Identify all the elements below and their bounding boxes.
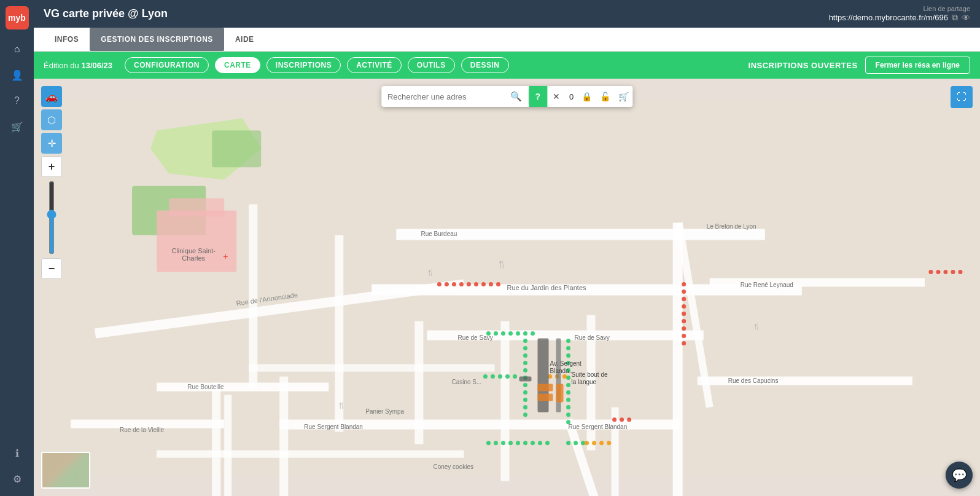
svg-text:Rue René Leynaud: Rue René Leynaud bbox=[741, 282, 793, 289]
tab-gestion[interactable]: GESTION DES INSCRIPTIONS bbox=[90, 28, 224, 51]
svg-point-83 bbox=[452, 282, 456, 286]
map-vehicle-btn[interactable]: 🚗 bbox=[41, 86, 62, 107]
svg-point-35 bbox=[494, 331, 498, 336]
sidebar-item-info[interactable]: ℹ bbox=[6, 442, 28, 464]
svg-point-57 bbox=[566, 376, 570, 380]
svg-text:🍴: 🍴 bbox=[338, 401, 346, 409]
fermer-button[interactable]: Fermer les résa en ligne bbox=[865, 57, 970, 74]
sidebar-item-settings[interactable]: ⚙ bbox=[6, 468, 28, 490]
svg-text:Clinique Saint-: Clinique Saint- bbox=[171, 247, 216, 254]
svg-point-47 bbox=[523, 383, 527, 387]
app-logo[interactable]: myb bbox=[6, 6, 29, 30]
svg-point-78 bbox=[566, 441, 570, 445]
pill-inscriptions[interactable]: INSCRIPTIONS bbox=[266, 57, 341, 73]
copy-icon[interactable]: ⧉ bbox=[952, 12, 958, 23]
svg-text:Rue Burdeau: Rue Burdeau bbox=[421, 230, 457, 237]
pill-activite[interactable]: ACTIVITÉ bbox=[347, 57, 402, 73]
svg-point-68 bbox=[513, 374, 517, 379]
sidebar-item-user[interactable]: 👤 bbox=[6, 64, 28, 86]
map-move-btn[interactable]: ✛ bbox=[41, 133, 62, 154]
search-help-button[interactable]: ? bbox=[529, 86, 547, 107]
sidebar: myb ⌂ 👤 ? 🛒 ℹ ⚙ bbox=[0, 0, 34, 496]
svg-point-81 bbox=[437, 282, 441, 286]
sidebar-item-cart[interactable]: 🛒 bbox=[6, 116, 28, 138]
map-left-controls: 🚗 ⬡ ✛ + − bbox=[41, 86, 62, 279]
svg-point-49 bbox=[523, 398, 527, 402]
svg-rect-118 bbox=[538, 394, 553, 401]
svg-text:Rue Bouteille: Rue Bouteille bbox=[187, 384, 224, 390]
svg-text:Rue de la Vieille: Rue de la Vieille bbox=[120, 427, 165, 433]
svg-rect-117 bbox=[538, 384, 553, 392]
search-unlock-button[interactable]: 🔓 bbox=[596, 86, 614, 107]
svg-point-101 bbox=[943, 270, 947, 274]
svg-point-79 bbox=[574, 441, 578, 445]
svg-rect-30 bbox=[157, 451, 464, 458]
tab-infos[interactable]: INFOS bbox=[44, 28, 90, 51]
search-count: 0 bbox=[566, 92, 577, 101]
zoom-out-button[interactable]: − bbox=[41, 258, 62, 279]
share-link-row: https://demo.mybrocante.fr/m/696 ⧉ 👁 bbox=[829, 12, 970, 23]
sidebar-item-home[interactable]: ⌂ bbox=[6, 38, 28, 60]
map-layers-btn[interactable]: ⬡ bbox=[41, 109, 62, 130]
svg-rect-119 bbox=[556, 384, 564, 403]
sidebar-item-help[interactable]: ? bbox=[6, 90, 28, 112]
svg-point-40 bbox=[531, 331, 535, 336]
svg-point-70 bbox=[494, 441, 498, 445]
svg-rect-6 bbox=[169, 198, 224, 216]
svg-point-102 bbox=[951, 270, 955, 274]
eye-icon[interactable]: 👁 bbox=[962, 13, 970, 23]
top-header: VG carte privée @ Lyon Lien de partage h… bbox=[34, 0, 980, 28]
zoom-in-button[interactable]: + bbox=[41, 156, 62, 177]
svg-rect-29 bbox=[224, 395, 231, 496]
svg-point-74 bbox=[523, 441, 527, 445]
search-lock-button[interactable]: 🔒 bbox=[577, 86, 596, 107]
svg-point-61 bbox=[566, 405, 570, 409]
fullscreen-button[interactable]: ⛶ bbox=[951, 86, 973, 108]
svg-point-72 bbox=[508, 441, 513, 445]
svg-point-76 bbox=[538, 441, 542, 445]
svg-point-39 bbox=[523, 331, 527, 336]
pill-dessin[interactable]: DESSIN bbox=[461, 57, 509, 73]
edition-date: 13/06/23 bbox=[81, 61, 112, 70]
svg-text:Blanda...: Blanda... bbox=[550, 368, 574, 374]
search-close-button[interactable]: ✕ bbox=[547, 86, 566, 107]
svg-point-110 bbox=[585, 441, 589, 445]
svg-point-85 bbox=[467, 282, 471, 286]
svg-text:🍴: 🍴 bbox=[753, 323, 761, 331]
svg-point-109 bbox=[562, 374, 567, 379]
pill-carte[interactable]: CARTE bbox=[215, 57, 260, 73]
svg-point-75 bbox=[531, 441, 535, 445]
svg-point-64 bbox=[483, 374, 488, 379]
tab-aide[interactable]: AIDE bbox=[224, 28, 265, 51]
map-container[interactable]: Rue du Jardin des Plantes Rue Burdeau Ru… bbox=[34, 79, 980, 496]
svg-point-111 bbox=[592, 441, 596, 445]
search-icon-button[interactable]: 🔍 bbox=[504, 86, 528, 107]
svg-point-48 bbox=[523, 390, 527, 395]
map-search-input[interactable] bbox=[381, 87, 504, 106]
svg-point-93 bbox=[682, 304, 686, 309]
svg-text:🍴: 🍴 bbox=[497, 259, 507, 269]
zoom-slider[interactable] bbox=[47, 181, 56, 254]
svg-point-90 bbox=[682, 282, 686, 286]
svg-point-80 bbox=[581, 441, 585, 445]
svg-point-67 bbox=[505, 374, 510, 379]
edition-label: Édition du 13/06/23 bbox=[44, 61, 112, 70]
svg-rect-5 bbox=[157, 210, 236, 272]
pill-configuration[interactable]: CONFIGURATION bbox=[125, 57, 209, 73]
svg-point-113 bbox=[607, 441, 611, 445]
svg-point-100 bbox=[936, 270, 940, 274]
svg-point-65 bbox=[491, 374, 495, 379]
svg-point-38 bbox=[516, 331, 520, 336]
svg-text:Rue du Jardin des Plantes: Rue du Jardin des Plantes bbox=[507, 285, 587, 292]
svg-text:Rue des Capucins: Rue des Capucins bbox=[728, 377, 779, 384]
svg-rect-23 bbox=[414, 321, 423, 444]
svg-point-98 bbox=[682, 341, 686, 345]
green-toolbar: Édition du 13/06/23 CONFIGURATION CARTE … bbox=[34, 52, 980, 79]
svg-point-60 bbox=[566, 398, 570, 402]
search-cart-button[interactable]: 🛒 bbox=[614, 86, 632, 107]
chat-button[interactable]: 💬 bbox=[946, 462, 973, 489]
svg-rect-27 bbox=[279, 377, 288, 496]
svg-point-71 bbox=[501, 441, 505, 445]
pill-outils[interactable]: OUTILS bbox=[408, 57, 455, 73]
main-content: VG carte privée @ Lyon Lien de partage h… bbox=[34, 0, 980, 496]
